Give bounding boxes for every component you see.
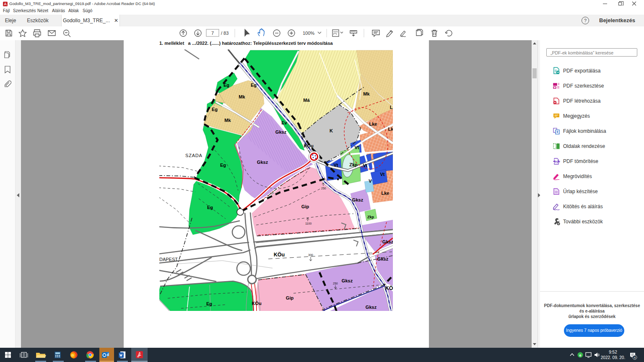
svg-text:Mk: Mk (363, 91, 370, 96)
svg-text:250: 250 (321, 187, 326, 190)
svg-text:Vt: Vt (355, 145, 359, 150)
svg-text:300: 300 (308, 253, 313, 256)
svg-text:KÖu: KÖu (304, 143, 313, 148)
svg-text:Gksz: Gksz (352, 197, 364, 202)
svg-text:L: L (390, 105, 393, 110)
svg-text:V: V (369, 178, 372, 184)
svg-text:Eg: Eg (206, 301, 212, 306)
svg-text:Vt: Vt (334, 163, 338, 168)
svg-text:4: 4 (634, 356, 636, 359)
svg-text:100%: 100% (303, 31, 314, 36)
svg-text:Gksz: Gksz (382, 239, 394, 244)
svg-text:Zkp: Zkp (367, 215, 374, 219)
svg-text:Gksz: Gksz (342, 278, 353, 283)
svg-text:DAPEST: DAPEST (159, 257, 178, 262)
svg-text:PDF: PDF (555, 160, 560, 163)
svg-text:Lke: Lke (369, 122, 377, 127)
svg-text:Eg: Eg (251, 83, 257, 88)
svg-text:Lk: Lk (388, 127, 394, 132)
svg-text:KÖu: KÖu (274, 251, 285, 258)
svg-text:K: K (330, 128, 333, 133)
svg-text:KÖu: KÖu (252, 301, 261, 306)
svg-text:Eg: Eg (207, 205, 213, 210)
svg-text:Gksz: Gksz (377, 256, 389, 261)
svg-text:Gksz: Gksz (366, 305, 377, 310)
svg-text:KÖ: KÖ (385, 285, 393, 291)
svg-text:Eg: Eg (220, 163, 226, 168)
svg-text:SZADA: SZADA (185, 153, 203, 158)
svg-text:Gksz: Gksz (275, 129, 287, 134)
svg-text:Mk: Mk (224, 118, 231, 123)
svg-text:Eg: Eg (212, 107, 218, 112)
svg-text:Gip: Gip (286, 295, 294, 300)
svg-text:250: 250 (333, 282, 338, 285)
svg-text:Eg: Eg (223, 83, 229, 88)
svg-text:/ 83: / 83 (221, 31, 229, 36)
svg-text:Vt: Vt (363, 163, 368, 168)
svg-text:Vt: Vt (380, 172, 385, 177)
svg-text:Zkp: Zkp (349, 162, 358, 167)
svg-text:e: e (579, 353, 581, 357)
svg-text:Lke: Lke (382, 191, 390, 196)
svg-text:Ev: Ev (281, 120, 287, 125)
svg-text:7: 7 (211, 31, 214, 36)
svg-text:Gip: Gip (301, 204, 309, 209)
svg-text:Má: Má (303, 98, 310, 103)
svg-text:Mk: Mk (239, 94, 245, 99)
svg-text:Gksz: Gksz (257, 160, 268, 165)
svg-text:1100: 1100 (305, 222, 312, 225)
